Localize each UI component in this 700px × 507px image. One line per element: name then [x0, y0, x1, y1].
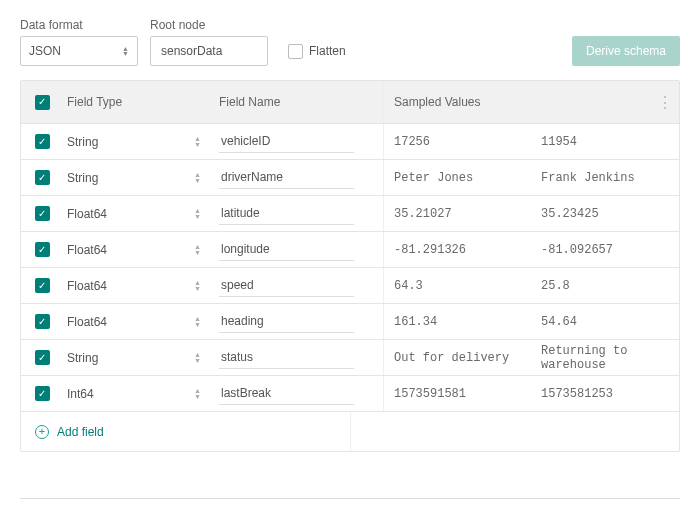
- row-checkbox-cell: ✓: [21, 314, 63, 329]
- table-row: ✓Float64speed64.325.8: [21, 267, 679, 303]
- header-checkbox-cell: ✓: [21, 95, 63, 110]
- field-name-input[interactable]: status: [219, 346, 354, 369]
- add-field-label: Add field: [57, 425, 104, 439]
- updown-caret-icon: [194, 243, 201, 256]
- updown-caret-icon: [194, 279, 201, 292]
- sample-value-1: 17256: [383, 124, 531, 159]
- field-name-input[interactable]: vehicleID: [219, 130, 354, 153]
- top-controls: Data format JSON Root node Flatten Deriv…: [20, 18, 680, 66]
- select-caret-icon: [122, 45, 129, 57]
- field-type-value: Float64: [67, 279, 107, 293]
- field-name-input[interactable]: latitude: [219, 202, 354, 225]
- row-checkbox-cell: ✓: [21, 242, 63, 257]
- plus-circle-icon: +: [35, 425, 49, 439]
- header-field-name: Field Name: [215, 95, 383, 109]
- schema-table: ✓ Field Type Field Name Sampled Values ⋮…: [20, 80, 680, 452]
- footer: Next: [20, 498, 680, 507]
- table-row: ✓StringvehicleID1725611954: [21, 123, 679, 159]
- field-name-cell: longitude: [215, 238, 383, 261]
- data-format-select[interactable]: JSON: [20, 36, 138, 66]
- table-row: ✓Int64lastBreak15735915811573581253: [21, 375, 679, 411]
- header-field-type: Field Type: [63, 95, 215, 109]
- row-checkbox[interactable]: ✓: [35, 206, 50, 221]
- row-checkbox[interactable]: ✓: [35, 170, 50, 185]
- sample-value-2: 54.64: [531, 315, 651, 329]
- row-checkbox-cell: ✓: [21, 278, 63, 293]
- sample-value-1: 161.34: [383, 304, 531, 339]
- flatten-checkbox[interactable]: [288, 44, 303, 59]
- updown-caret-icon: [194, 171, 201, 184]
- data-format-value: JSON: [29, 44, 61, 58]
- field-name-cell: heading: [215, 310, 383, 333]
- field-type-select[interactable]: String: [63, 351, 215, 365]
- sample-value-2: 11954: [531, 135, 651, 149]
- sample-value-1: 1573591581: [383, 376, 531, 411]
- select-all-checkbox[interactable]: ✓: [35, 95, 50, 110]
- row-checkbox[interactable]: ✓: [35, 386, 50, 401]
- sample-value-2: Returning to warehouse: [531, 344, 651, 372]
- add-field-row: + Add field: [21, 411, 679, 451]
- sample-value-1: -81.291326: [383, 232, 531, 267]
- flatten-label: Flatten: [309, 44, 346, 58]
- field-name-cell: speed: [215, 274, 383, 297]
- updown-caret-icon: [194, 207, 201, 220]
- field-name-input[interactable]: longitude: [219, 238, 354, 261]
- field-name-cell: status: [215, 346, 383, 369]
- row-checkbox-cell: ✓: [21, 206, 63, 221]
- table-row: ✓StringstatusOut for deliveryReturning t…: [21, 339, 679, 375]
- field-type-select[interactable]: Float64: [63, 315, 215, 329]
- row-checkbox-cell: ✓: [21, 170, 63, 185]
- sample-value-1: Out for delivery: [383, 340, 531, 375]
- sample-value-1: Peter Jones: [383, 160, 531, 195]
- field-name-input[interactable]: lastBreak: [219, 382, 354, 405]
- field-type-select[interactable]: String: [63, 171, 215, 185]
- row-checkbox-cell: ✓: [21, 386, 63, 401]
- field-name-cell: latitude: [215, 202, 383, 225]
- field-type-value: String: [67, 171, 98, 185]
- field-name-input[interactable]: speed: [219, 274, 354, 297]
- data-format-label: Data format: [20, 18, 138, 32]
- header-menu-icon[interactable]: ⋮: [651, 93, 679, 112]
- add-field-right-empty: [350, 412, 679, 451]
- field-type-select[interactable]: Float64: [63, 243, 215, 257]
- field-name-input[interactable]: heading: [219, 310, 354, 333]
- field-type-value: Float64: [67, 315, 107, 329]
- field-type-value: Float64: [67, 243, 107, 257]
- field-type-select[interactable]: String: [63, 135, 215, 149]
- root-node-label: Root node: [150, 18, 268, 32]
- row-checkbox-cell: ✓: [21, 350, 63, 365]
- sample-value-1: 64.3: [383, 268, 531, 303]
- sample-value-1: 35.21027: [383, 196, 531, 231]
- updown-caret-icon: [194, 315, 201, 328]
- field-name-input[interactable]: driverName: [219, 166, 354, 189]
- sample-value-2: -81.092657: [531, 243, 651, 257]
- sample-value-2: 1573581253: [531, 387, 651, 401]
- field-name-cell: vehicleID: [215, 130, 383, 153]
- field-type-select[interactable]: Float64: [63, 207, 215, 221]
- field-type-select[interactable]: Int64: [63, 387, 215, 401]
- table-row: ✓Float64latitude35.2102735.23425: [21, 195, 679, 231]
- sample-value-2: 25.8: [531, 279, 651, 293]
- row-checkbox[interactable]: ✓: [35, 278, 50, 293]
- table-row: ✓Float64heading161.3454.64: [21, 303, 679, 339]
- updown-caret-icon: [194, 351, 201, 364]
- table-row: ✓Float64longitude-81.291326-81.092657: [21, 231, 679, 267]
- row-checkbox[interactable]: ✓: [35, 314, 50, 329]
- table-row: ✓StringdriverNamePeter JonesFrank Jenkin…: [21, 159, 679, 195]
- root-node-input[interactable]: [159, 43, 259, 59]
- field-name-cell: driverName: [215, 166, 383, 189]
- row-checkbox[interactable]: ✓: [35, 242, 50, 257]
- field-name-cell: lastBreak: [215, 382, 383, 405]
- derive-schema-button[interactable]: Derive schema: [572, 36, 680, 66]
- row-checkbox-cell: ✓: [21, 134, 63, 149]
- table-header: ✓ Field Type Field Name Sampled Values ⋮: [21, 81, 679, 123]
- field-type-select[interactable]: Float64: [63, 279, 215, 293]
- add-field-button[interactable]: + Add field: [21, 412, 350, 451]
- sample-value-2: Frank Jenkins: [531, 171, 651, 185]
- root-node-input-wrap[interactable]: [150, 36, 268, 66]
- row-checkbox[interactable]: ✓: [35, 350, 50, 365]
- row-checkbox[interactable]: ✓: [35, 134, 50, 149]
- root-node-group: Root node: [150, 18, 268, 66]
- data-format-group: Data format JSON: [20, 18, 138, 66]
- header-sampled-values: Sampled Values: [383, 81, 531, 123]
